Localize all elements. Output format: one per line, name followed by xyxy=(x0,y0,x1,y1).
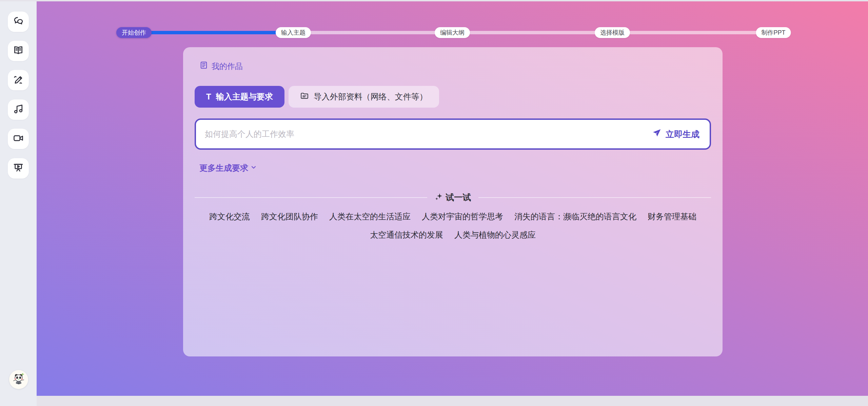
presentation-icon xyxy=(13,162,24,174)
step-edit-outline: 编辑大纲 xyxy=(435,27,470,38)
try-label-group: 试一试 xyxy=(435,192,471,203)
more-requirements-toggle[interactable]: 更多生成要求 xyxy=(199,163,257,173)
sidebar-item-music[interactable] xyxy=(8,99,29,120)
suggestion-chip[interactable]: 跨文化交流 xyxy=(209,211,250,222)
stepper-progress xyxy=(132,31,294,34)
suggestion-row-1: 跨文化交流 跨文化团队协作 人类在太空的生活适应 人类对宇宙的哲学思考 消失的语… xyxy=(195,211,711,222)
suggestion-chip[interactable]: 人类对宇宙的哲学思考 xyxy=(422,211,503,222)
document-icon xyxy=(199,61,208,72)
suggestion-row-2: 太空通信技术的发展 人类与植物的心灵感应 xyxy=(195,229,711,240)
text-T-icon: T xyxy=(206,92,211,102)
tab-import-external[interactable]: 导入外部资料（网络、文件等） xyxy=(289,86,439,108)
suggestion-chip[interactable]: 人类与植物的心灵感应 xyxy=(454,229,536,240)
panda-avatar-image xyxy=(11,371,26,388)
video-camera-icon xyxy=(13,133,24,145)
tab-import-external-label: 导入外部资料（网络、文件等） xyxy=(314,91,428,102)
sidebar-item-video[interactable] xyxy=(8,129,29,149)
step-make-ppt: 制作PPT xyxy=(756,27,791,38)
suggestion-chip[interactable]: 财务管理基础 xyxy=(648,211,696,222)
divider-right xyxy=(478,197,711,198)
suggestion-chip[interactable]: 人类在太空的生活适应 xyxy=(329,211,411,222)
step-start-creation: 开始创作 xyxy=(116,27,152,38)
suggestion-chip[interactable]: 跨文化团队协作 xyxy=(261,211,318,222)
generate-button-label: 立即生成 xyxy=(666,129,699,140)
divider-left xyxy=(195,197,427,198)
chat-bubbles-icon xyxy=(13,16,24,28)
try-section-divider: 试一试 xyxy=(195,192,711,203)
sidebar-item-chat[interactable] xyxy=(8,12,29,32)
generate-button[interactable]: 立即生成 xyxy=(652,128,699,140)
sidebar-item-reading[interactable] xyxy=(8,41,29,61)
step-input-topic: 输入主题 xyxy=(276,27,311,38)
creation-card: 我的作品 T 输入主题与要求 导入外部资料（网络、文件等） 立即生成 xyxy=(183,47,723,356)
tab-input-topic-label: 输入主题与要求 xyxy=(216,91,273,102)
sparkle-icon xyxy=(435,192,443,203)
try-label: 试一试 xyxy=(446,192,471,203)
source-tabs: T 输入主题与要求 导入外部资料（网络、文件等） xyxy=(195,86,711,108)
send-plane-icon xyxy=(652,128,662,140)
suggestion-chip[interactable]: 消失的语言：濒临灭绝的语言文化 xyxy=(514,211,636,222)
suggestion-chip[interactable]: 太空通信技术的发展 xyxy=(370,229,443,240)
music-icon xyxy=(13,104,24,116)
sidebar-item-writing[interactable] xyxy=(8,70,29,90)
sidebar xyxy=(0,1,37,406)
pencil-icon xyxy=(13,74,24,86)
folder-icon xyxy=(300,91,309,102)
sidebar-item-presentation[interactable] xyxy=(8,158,29,179)
tab-input-topic[interactable]: T 输入主题与要求 xyxy=(195,86,284,108)
chevron-down-icon xyxy=(250,163,257,173)
main-stage: 开始创作 输入主题 编辑大纲 选择模版 制作PPT 我的作品 T 输入主题与要求… xyxy=(37,1,868,396)
user-avatar[interactable] xyxy=(9,370,28,389)
more-requirements-label: 更多生成要求 xyxy=(199,163,248,173)
my-works-label: 我的作品 xyxy=(212,61,243,72)
step-choose-template: 选择模版 xyxy=(595,27,630,38)
my-works-link[interactable]: 我的作品 xyxy=(199,61,243,72)
progress-stepper: 开始创作 输入主题 编辑大纲 选择模版 制作PPT xyxy=(37,1,868,42)
topic-input[interactable] xyxy=(196,120,652,148)
book-icon xyxy=(13,45,24,57)
topic-input-container: 立即生成 xyxy=(195,118,711,150)
